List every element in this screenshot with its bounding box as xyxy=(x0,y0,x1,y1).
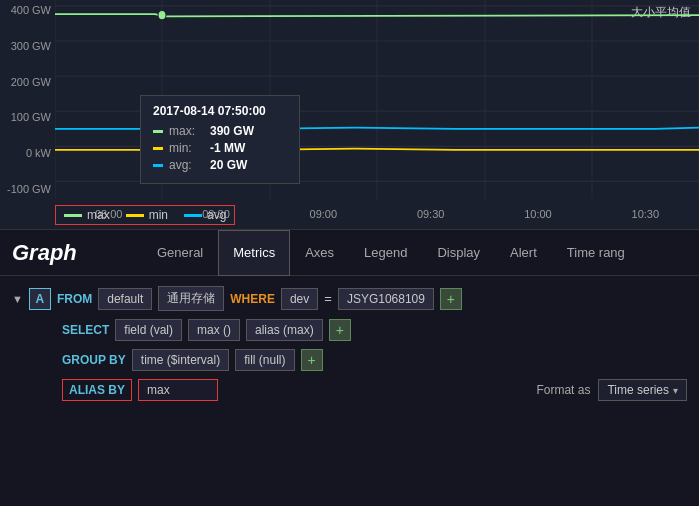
where-key-pill[interactable]: dev xyxy=(281,288,318,310)
legend-label-max: max xyxy=(87,208,110,222)
tooltip-label-max: max: xyxy=(169,124,204,138)
tab-alert[interactable]: Alert xyxy=(495,230,552,276)
tab-display[interactable]: Display xyxy=(422,230,495,276)
tooltip-value-avg: 20 GW xyxy=(210,158,247,172)
tooltip-label-min: min: xyxy=(169,141,204,155)
equals-sign: = xyxy=(324,291,332,306)
x-label-3: 09:30 xyxy=(417,208,445,220)
graph-title-bar: Graph General Metrics Axes Legend Displa… xyxy=(0,230,699,276)
groupby-label: GROUP BY xyxy=(62,353,126,367)
toggle-arrow[interactable]: ▼ xyxy=(12,293,23,305)
format-label: Format as xyxy=(536,383,590,397)
tooltip-dot-max xyxy=(153,130,163,133)
panel-bottom: Graph General Metrics Axes Legend Displa… xyxy=(0,230,699,506)
where-value-pill[interactable]: JSYG1068109 xyxy=(338,288,434,310)
query-row-from: ▼ A FROM default 通用存储 WHERE dev = JSYG10… xyxy=(12,286,687,311)
y-label-4: 0 kW xyxy=(26,147,51,159)
legend-item-avg: avg xyxy=(184,208,226,222)
tooltip-label-avg: avg: xyxy=(169,158,204,172)
select-label: SELECT xyxy=(62,323,109,337)
query-row-groupby: GROUP BY time ($interval) fill (null) + xyxy=(12,349,687,371)
legend-line-max xyxy=(64,214,82,217)
legend-item-min: min xyxy=(126,208,168,222)
tooltip-title: 2017-08-14 07:50:00 xyxy=(153,104,287,118)
chart-tooltip: 2017-08-14 07:50:00 max: 390 GW min: -1 … xyxy=(140,95,300,184)
tooltip-row-max: max: 390 GW xyxy=(153,124,287,138)
alias-row: ALIAS BY Format as Time series ▾ xyxy=(12,379,687,401)
groupby-plus-btn[interactable]: + xyxy=(301,349,323,371)
tab-legend[interactable]: Legend xyxy=(349,230,422,276)
alias-input[interactable] xyxy=(138,379,218,401)
row-letter-a: A xyxy=(29,288,51,310)
tab-general[interactable]: General xyxy=(142,230,218,276)
format-value: Time series xyxy=(607,383,669,397)
y-label-2: 200 GW xyxy=(11,76,51,88)
y-axis: 400 GW 300 GW 200 GW 100 GW 0 kW -100 GW xyxy=(0,0,55,199)
groupby-fill-pill[interactable]: fill (null) xyxy=(235,349,294,371)
chart-container: 大小平均值 400 GW 300 GW 200 GW 100 GW 0 kW -… xyxy=(0,0,699,230)
tooltip-dot-avg xyxy=(153,164,163,167)
chart-legend: max min avg xyxy=(55,205,235,225)
y-label-1: 300 GW xyxy=(11,40,51,52)
tooltip-dot-min xyxy=(153,147,163,150)
groupby-time-pill[interactable]: time ($interval) xyxy=(132,349,229,371)
tooltip-row-min: min: -1 MW xyxy=(153,141,287,155)
y-label-5: -100 GW xyxy=(7,183,51,195)
legend-line-min xyxy=(126,214,144,217)
select-plus-btn[interactable]: + xyxy=(329,319,351,341)
select-alias-pill[interactable]: alias (max) xyxy=(246,319,323,341)
legend-item-max: max xyxy=(64,208,110,222)
select-func-pill[interactable]: max () xyxy=(188,319,240,341)
format-section: Format as Time series ▾ xyxy=(536,379,687,401)
alias-label: ALIAS BY xyxy=(62,379,132,401)
x-label-5: 10:30 xyxy=(632,208,660,220)
tab-metrics[interactable]: Metrics xyxy=(218,230,290,276)
from-value-pill[interactable]: default xyxy=(98,288,152,310)
from-db-pill[interactable]: 通用存储 xyxy=(158,286,224,311)
where-label: WHERE xyxy=(230,292,275,306)
query-row-select: SELECT field (val) max () alias (max) + xyxy=(12,319,687,341)
where-plus-btn[interactable]: + xyxy=(440,288,462,310)
chevron-down-icon: ▾ xyxy=(673,385,678,396)
legend-label-min: min xyxy=(149,208,168,222)
legend-line-avg xyxy=(184,214,202,217)
y-label-3: 100 GW xyxy=(11,111,51,123)
select-field-pill[interactable]: field (val) xyxy=(115,319,182,341)
tooltip-value-max: 390 GW xyxy=(210,124,254,138)
from-label: FROM xyxy=(57,292,92,306)
tab-timerange[interactable]: Time rang xyxy=(552,230,640,276)
x-label-4: 10:00 xyxy=(524,208,552,220)
y-label-0: 400 GW xyxy=(11,4,51,16)
graph-title: Graph xyxy=(12,240,122,266)
tab-axes[interactable]: Axes xyxy=(290,230,349,276)
format-select[interactable]: Time series ▾ xyxy=(598,379,687,401)
tooltip-row-avg: avg: 20 GW xyxy=(153,158,287,172)
legend-label-avg: avg xyxy=(207,208,226,222)
tooltip-value-min: -1 MW xyxy=(210,141,245,155)
metrics-content: ▼ A FROM default 通用存储 WHERE dev = JSYG10… xyxy=(0,276,699,411)
svg-point-13 xyxy=(158,11,166,20)
x-label-2: 09:00 xyxy=(310,208,338,220)
